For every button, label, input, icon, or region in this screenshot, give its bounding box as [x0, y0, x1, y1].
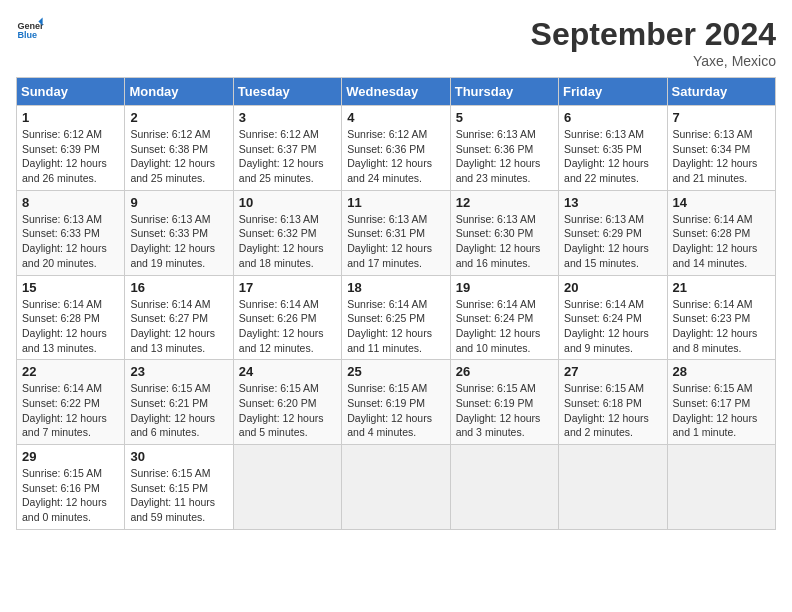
day-number: 6 [564, 110, 661, 125]
day-number: 29 [22, 449, 119, 464]
week-row-1: 1Sunrise: 6:12 AMSunset: 6:39 PMDaylight… [17, 106, 776, 191]
day-detail: Sunrise: 6:13 AMSunset: 6:32 PMDaylight:… [239, 212, 336, 271]
day-detail: Sunrise: 6:13 AMSunset: 6:36 PMDaylight:… [456, 127, 553, 186]
day-cell: 15Sunrise: 6:14 AMSunset: 6:28 PMDayligh… [17, 275, 125, 360]
location: Yaxe, Mexico [531, 53, 776, 69]
week-row-2: 8Sunrise: 6:13 AMSunset: 6:33 PMDaylight… [17, 190, 776, 275]
day-cell [667, 445, 775, 530]
day-cell [342, 445, 450, 530]
day-cell: 8Sunrise: 6:13 AMSunset: 6:33 PMDaylight… [17, 190, 125, 275]
logo: General Blue [16, 16, 44, 44]
day-number: 15 [22, 280, 119, 295]
day-detail: Sunrise: 6:13 AMSunset: 6:30 PMDaylight:… [456, 212, 553, 271]
col-header-saturday: Saturday [667, 78, 775, 106]
day-number: 27 [564, 364, 661, 379]
day-detail: Sunrise: 6:15 AMSunset: 6:19 PMDaylight:… [456, 381, 553, 440]
day-cell: 1Sunrise: 6:12 AMSunset: 6:39 PMDaylight… [17, 106, 125, 191]
day-cell: 20Sunrise: 6:14 AMSunset: 6:24 PMDayligh… [559, 275, 667, 360]
day-detail: Sunrise: 6:12 AMSunset: 6:37 PMDaylight:… [239, 127, 336, 186]
day-number: 4 [347, 110, 444, 125]
day-detail: Sunrise: 6:15 AMSunset: 6:17 PMDaylight:… [673, 381, 770, 440]
day-cell: 30Sunrise: 6:15 AMSunset: 6:15 PMDayligh… [125, 445, 233, 530]
day-detail: Sunrise: 6:12 AMSunset: 6:38 PMDaylight:… [130, 127, 227, 186]
day-cell: 9Sunrise: 6:13 AMSunset: 6:33 PMDaylight… [125, 190, 233, 275]
day-cell: 19Sunrise: 6:14 AMSunset: 6:24 PMDayligh… [450, 275, 558, 360]
day-detail: Sunrise: 6:15 AMSunset: 6:19 PMDaylight:… [347, 381, 444, 440]
day-detail: Sunrise: 6:14 AMSunset: 6:24 PMDaylight:… [564, 297, 661, 356]
day-detail: Sunrise: 6:15 AMSunset: 6:15 PMDaylight:… [130, 466, 227, 525]
col-header-sunday: Sunday [17, 78, 125, 106]
day-detail: Sunrise: 6:15 AMSunset: 6:21 PMDaylight:… [130, 381, 227, 440]
day-number: 16 [130, 280, 227, 295]
day-cell: 25Sunrise: 6:15 AMSunset: 6:19 PMDayligh… [342, 360, 450, 445]
day-number: 18 [347, 280, 444, 295]
day-number: 28 [673, 364, 770, 379]
svg-text:Blue: Blue [17, 30, 37, 40]
header-row: SundayMondayTuesdayWednesdayThursdayFrid… [17, 78, 776, 106]
day-cell: 24Sunrise: 6:15 AMSunset: 6:20 PMDayligh… [233, 360, 341, 445]
day-detail: Sunrise: 6:14 AMSunset: 6:26 PMDaylight:… [239, 297, 336, 356]
day-number: 20 [564, 280, 661, 295]
header: General Blue September 2024 Yaxe, Mexico [16, 16, 776, 69]
title-area: September 2024 Yaxe, Mexico [531, 16, 776, 69]
day-cell: 22Sunrise: 6:14 AMSunset: 6:22 PMDayligh… [17, 360, 125, 445]
logo-icon: General Blue [16, 16, 44, 44]
day-number: 22 [22, 364, 119, 379]
day-cell: 16Sunrise: 6:14 AMSunset: 6:27 PMDayligh… [125, 275, 233, 360]
col-header-monday: Monday [125, 78, 233, 106]
day-detail: Sunrise: 6:15 AMSunset: 6:18 PMDaylight:… [564, 381, 661, 440]
day-cell: 12Sunrise: 6:13 AMSunset: 6:30 PMDayligh… [450, 190, 558, 275]
day-cell: 7Sunrise: 6:13 AMSunset: 6:34 PMDaylight… [667, 106, 775, 191]
day-number: 24 [239, 364, 336, 379]
day-number: 2 [130, 110, 227, 125]
day-cell: 14Sunrise: 6:14 AMSunset: 6:28 PMDayligh… [667, 190, 775, 275]
day-cell: 3Sunrise: 6:12 AMSunset: 6:37 PMDaylight… [233, 106, 341, 191]
day-detail: Sunrise: 6:14 AMSunset: 6:22 PMDaylight:… [22, 381, 119, 440]
day-detail: Sunrise: 6:14 AMSunset: 6:28 PMDaylight:… [22, 297, 119, 356]
day-cell: 28Sunrise: 6:15 AMSunset: 6:17 PMDayligh… [667, 360, 775, 445]
day-detail: Sunrise: 6:14 AMSunset: 6:28 PMDaylight:… [673, 212, 770, 271]
day-number: 26 [456, 364, 553, 379]
day-cell: 17Sunrise: 6:14 AMSunset: 6:26 PMDayligh… [233, 275, 341, 360]
col-header-thursday: Thursday [450, 78, 558, 106]
day-detail: Sunrise: 6:14 AMSunset: 6:25 PMDaylight:… [347, 297, 444, 356]
day-detail: Sunrise: 6:14 AMSunset: 6:24 PMDaylight:… [456, 297, 553, 356]
day-number: 12 [456, 195, 553, 210]
day-number: 23 [130, 364, 227, 379]
month-title: September 2024 [531, 16, 776, 53]
calendar-table: SundayMondayTuesdayWednesdayThursdayFrid… [16, 77, 776, 530]
day-detail: Sunrise: 6:13 AMSunset: 6:29 PMDaylight:… [564, 212, 661, 271]
day-number: 3 [239, 110, 336, 125]
day-cell: 27Sunrise: 6:15 AMSunset: 6:18 PMDayligh… [559, 360, 667, 445]
day-cell: 29Sunrise: 6:15 AMSunset: 6:16 PMDayligh… [17, 445, 125, 530]
day-detail: Sunrise: 6:13 AMSunset: 6:34 PMDaylight:… [673, 127, 770, 186]
day-cell: 18Sunrise: 6:14 AMSunset: 6:25 PMDayligh… [342, 275, 450, 360]
day-cell: 6Sunrise: 6:13 AMSunset: 6:35 PMDaylight… [559, 106, 667, 191]
day-detail: Sunrise: 6:15 AMSunset: 6:16 PMDaylight:… [22, 466, 119, 525]
day-number: 21 [673, 280, 770, 295]
day-number: 17 [239, 280, 336, 295]
day-number: 9 [130, 195, 227, 210]
day-detail: Sunrise: 6:14 AMSunset: 6:23 PMDaylight:… [673, 297, 770, 356]
day-number: 14 [673, 195, 770, 210]
week-row-4: 22Sunrise: 6:14 AMSunset: 6:22 PMDayligh… [17, 360, 776, 445]
week-row-5: 29Sunrise: 6:15 AMSunset: 6:16 PMDayligh… [17, 445, 776, 530]
day-detail: Sunrise: 6:13 AMSunset: 6:31 PMDaylight:… [347, 212, 444, 271]
day-number: 13 [564, 195, 661, 210]
day-cell: 23Sunrise: 6:15 AMSunset: 6:21 PMDayligh… [125, 360, 233, 445]
day-number: 7 [673, 110, 770, 125]
day-cell: 5Sunrise: 6:13 AMSunset: 6:36 PMDaylight… [450, 106, 558, 191]
day-number: 25 [347, 364, 444, 379]
week-row-3: 15Sunrise: 6:14 AMSunset: 6:28 PMDayligh… [17, 275, 776, 360]
day-detail: Sunrise: 6:12 AMSunset: 6:36 PMDaylight:… [347, 127, 444, 186]
day-number: 19 [456, 280, 553, 295]
day-number: 5 [456, 110, 553, 125]
col-header-tuesday: Tuesday [233, 78, 341, 106]
day-cell [450, 445, 558, 530]
day-cell [559, 445, 667, 530]
col-header-wednesday: Wednesday [342, 78, 450, 106]
day-cell: 11Sunrise: 6:13 AMSunset: 6:31 PMDayligh… [342, 190, 450, 275]
day-cell: 4Sunrise: 6:12 AMSunset: 6:36 PMDaylight… [342, 106, 450, 191]
day-cell: 21Sunrise: 6:14 AMSunset: 6:23 PMDayligh… [667, 275, 775, 360]
day-detail: Sunrise: 6:15 AMSunset: 6:20 PMDaylight:… [239, 381, 336, 440]
